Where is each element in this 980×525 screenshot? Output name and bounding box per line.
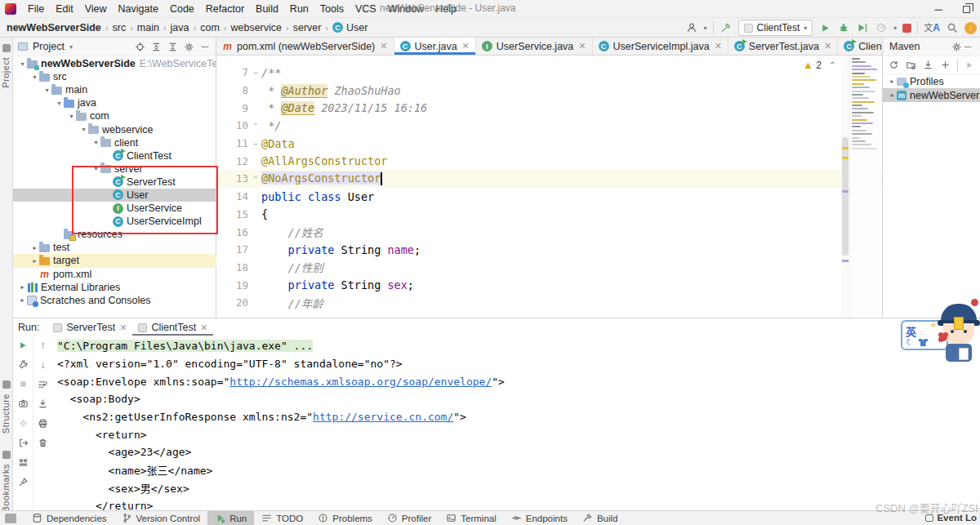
tab-close-icon[interactable]: ✕ <box>578 41 586 51</box>
maven-tree-row[interactable]: ▸Profiles <box>883 74 980 88</box>
expand-all-icon[interactable] <box>150 41 162 52</box>
status-item-terminal[interactable]: Terminal <box>439 511 503 525</box>
tree-chevron-icon[interactable]: ▾ <box>30 73 39 81</box>
update-notification-icon[interactable]: ↑ <box>964 22 977 34</box>
menu-file[interactable]: File <box>22 3 50 15</box>
status-item-problems[interactable]: Problems <box>310 511 380 525</box>
editor-tab[interactable]: CUserServiceImpl.java✕ <box>593 38 728 55</box>
tree-chevron-icon[interactable]: ▾ <box>91 165 100 172</box>
tree-chevron-icon[interactable]: ▾ <box>55 100 64 107</box>
breadcrumb-item[interactable]: java <box>171 22 189 33</box>
tab-close-icon[interactable]: ✕ <box>462 41 470 51</box>
menu-navigate[interactable]: Navigate <box>113 3 164 15</box>
restore-layout-icon[interactable] <box>17 456 29 469</box>
menu-vcs[interactable]: VCS <box>350 3 382 15</box>
status-item-build[interactable]: Build <box>575 511 626 525</box>
minimize-button[interactable]: ─ <box>924 0 952 18</box>
breadcrumb-item[interactable]: main <box>137 22 159 33</box>
locate-file-icon[interactable] <box>134 41 145 52</box>
maven-tree-row[interactable]: ▸mnewWebServerSide <box>883 88 980 102</box>
menu-refactor[interactable]: Refactor <box>200 3 250 15</box>
tree-row[interactable]: ▸target <box>13 254 216 267</box>
tree-chevron-icon[interactable]: ▾ <box>18 60 27 68</box>
tree-row[interactable]: CUser <box>13 189 216 202</box>
tree-row[interactable]: ▾client <box>13 136 216 149</box>
run-tab-close-icon[interactable]: ✕ <box>200 323 207 333</box>
tree-row[interactable]: ▾main <box>13 83 216 96</box>
maven-add-icon[interactable] <box>940 60 951 71</box>
tree-chevron-icon[interactable]: ▸ <box>30 244 39 251</box>
structure-strip-label[interactable]: Structure <box>1 394 11 434</box>
menu-tools[interactable]: Tools <box>314 3 350 15</box>
run-button[interactable] <box>818 21 831 34</box>
tab-close-icon[interactable]: ✕ <box>715 41 722 51</box>
rerun-button[interactable] <box>17 339 29 351</box>
tree-row[interactable]: ▸External Libraries <box>13 281 216 294</box>
maven-run-icon[interactable] <box>964 60 974 71</box>
tree-row[interactable]: ▾src <box>13 70 216 83</box>
edit-configuration-icon[interactable] <box>17 358 29 371</box>
menu-build[interactable]: Build <box>250 3 284 15</box>
run-coverage-button[interactable] <box>856 21 869 34</box>
run-tab-close-icon[interactable]: ✕ <box>119 323 127 333</box>
tree-row[interactable]: ▸Scratches and Consoles <box>13 294 216 307</box>
code-minimap[interactable] <box>849 56 880 318</box>
status-item-profiler[interactable]: Profiler <box>380 511 439 525</box>
bookmarks-tool-icon[interactable] <box>2 451 11 459</box>
collapse-all-icon[interactable] <box>167 41 178 52</box>
status-item-todo[interactable]: TODO <box>254 511 310 525</box>
status-item-endpoints[interactable]: Endpoints <box>504 511 575 525</box>
tree-row[interactable]: ▸test <box>13 241 216 254</box>
tree-row[interactable]: ▾java <box>13 96 216 109</box>
tree-chevron-icon[interactable]: ▾ <box>42 87 51 94</box>
pin-tab-icon[interactable] <box>17 476 29 488</box>
profiler-dropdown-icon[interactable]: ▾ <box>893 24 897 32</box>
tree-chevron-icon[interactable]: ▸ <box>18 296 27 304</box>
tree-chevron-icon[interactable]: ▾ <box>91 139 100 146</box>
bookmarks-strip-label[interactable]: Bookmarks <box>1 464 11 513</box>
tree-chevron-icon[interactable]: ▸ <box>30 257 39 265</box>
thread-dump-icon[interactable] <box>17 398 29 410</box>
tab-close-icon[interactable]: ✕ <box>380 41 387 51</box>
console-link[interactable]: http://schemas.xmlsoap.org/soap/envelope… <box>229 376 492 388</box>
up-stack-trace-icon[interactable]: ↑ <box>37 339 49 351</box>
maven-refresh-icon[interactable] <box>889 60 899 71</box>
error-stripe-scrollbar[interactable] <box>841 56 849 318</box>
structure-tool-icon[interactable] <box>2 380 11 389</box>
run-tab[interactable]: ServerTest✕ <box>47 320 132 336</box>
debug-button[interactable] <box>837 21 850 34</box>
tree-row[interactable]: resources <box>13 228 216 241</box>
project-view-dropdown-icon[interactable]: ▾ <box>69 43 73 51</box>
editor-tab[interactable]: CServerTest.java✕ <box>728 38 838 55</box>
status-item-run[interactable]: Run <box>207 511 254 525</box>
tree-row[interactable]: ▾com <box>13 109 216 122</box>
tree-chevron-icon[interactable]: ▸ <box>18 283 27 291</box>
breadcrumb-item[interactable]: User <box>346 22 368 33</box>
tree-row[interactable]: IUserService <box>13 202 216 215</box>
breadcrumb-item[interactable]: src <box>112 22 126 33</box>
breadcrumb-item[interactable]: server <box>293 22 322 33</box>
maven-source-folders-icon[interactable] <box>906 60 916 71</box>
tree-chevron-icon[interactable]: ▾ <box>67 113 76 120</box>
code-editor[interactable]: 7−/**8 * @Author ZhaoShuHao9 * @Date 202… <box>216 56 882 318</box>
console-output[interactable]: "C:\Program Files\Java\bin\java.exe" ...… <box>52 336 980 511</box>
tree-row[interactable]: CClientTest <box>13 149 216 162</box>
search-everywhere-icon[interactable] <box>946 21 959 34</box>
menu-view[interactable]: View <box>79 3 113 15</box>
clear-console-icon[interactable] <box>37 437 49 449</box>
print-icon[interactable] <box>37 417 49 429</box>
detach-icon[interactable] <box>17 437 29 449</box>
build-hammer-icon[interactable] <box>719 21 733 34</box>
breadcrumb-item[interactable]: newWebServerSide <box>7 22 101 33</box>
restore-button[interactable] <box>952 0 980 18</box>
breadcrumb-item[interactable]: webservice <box>230 22 282 33</box>
settings-gear-icon[interactable] <box>183 41 194 52</box>
fold-marker-icon[interactable]: ⌃ <box>252 175 260 183</box>
fold-marker-icon[interactable]: − <box>252 69 260 77</box>
translate-icon[interactable]: 文A <box>924 23 940 33</box>
editor-tab[interactable]: mpom.xml (newWebServerSide)✕ <box>216 38 394 55</box>
hide-panel-icon[interactable]: ─ <box>199 41 211 52</box>
editor-tab[interactable]: IUserService.java✕ <box>476 38 593 55</box>
run-configuration-select[interactable]: ClientTest ▾ <box>738 20 813 36</box>
tool-window-switcher-icon[interactable] <box>5 514 16 523</box>
